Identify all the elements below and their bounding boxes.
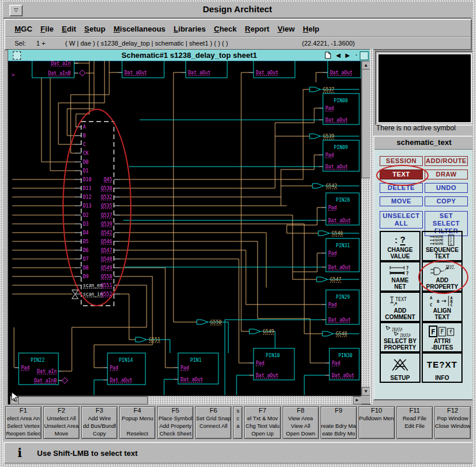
- fkey-f9[interactable]: F9 reate Bdry Maeate Bdry Mo: [321, 406, 357, 439]
- fkey-narrow[interactable]: sca: [233, 406, 242, 439]
- menu-bar: MGCFileEditSetupMiscellaneousLibrariesCh…: [5, 20, 471, 37]
- menu-miscellaneous[interactable]: Miscellaneous: [113, 25, 165, 33]
- align-text-button[interactable]: A C B A B C ALIGN TEXT: [422, 292, 463, 322]
- svg-text:TEXTA: TEXTA: [392, 327, 402, 331]
- context-path: ( W | dae ) ( s1238_delay_top | schemati…: [65, 40, 228, 47]
- wires-tan: [12, 61, 325, 371]
- fkey-f10[interactable]: F10Pulldown Menu: [359, 406, 395, 439]
- svg-text:B: B: [437, 299, 439, 304]
- session-button[interactable]: SESSION: [380, 156, 423, 166]
- component-pin-label: D13: [83, 203, 92, 209]
- svg-text:C: C: [450, 303, 453, 307]
- fkey-f5[interactable]: F5Place SymbolAdd PropertyCheck Sheet: [157, 406, 193, 439]
- component-pin-label: scan_in: [83, 292, 103, 297]
- component-pin-label: Q549: [101, 265, 112, 271]
- menu-edit[interactable]: Edit: [62, 25, 77, 33]
- fkey-f7[interactable]: F7el Txt & MovChg Text ValuOpen Up: [244, 406, 280, 439]
- component-pin-label: Q535: [101, 203, 112, 209]
- svg-text:A: A: [430, 296, 433, 300]
- add-property-button[interactable]: TEXT ADD PROPERTY: [422, 261, 463, 292]
- component-pin-label: D7: [83, 257, 89, 262]
- pad-label: Pad: [328, 302, 337, 307]
- schematic-titlebar[interactable]: Schematic#1 s1238_delay_top sheet1 ◀ ▶ ▪: [8, 50, 370, 61]
- fkey-f6[interactable]: F6Set Grid SnapConnect All: [195, 406, 231, 439]
- scroll-up-icon[interactable]: ▲: [362, 61, 370, 70]
- sheet-icon[interactable]: [324, 51, 332, 59]
- attributes-button[interactable]: F F f ATTRI -BUTES: [422, 322, 463, 352]
- change-value-button[interactable]: : ? CHANGE VALUE: [380, 231, 421, 261]
- component-pin-label: D5: [83, 239, 89, 244]
- select-by-property-icon: TEXTA TEXTA: [385, 324, 415, 338]
- schematic-canvas[interactable]: Dat aInDat aInBDat aOutDat aOutDat aOutD…: [10, 61, 361, 396]
- pad-label: Pad: [180, 365, 189, 371]
- select-by-property-button[interactable]: TEXTA TEXTA SELECT BY PROPERTY: [380, 322, 421, 352]
- component-pin-label: scan_en: [83, 283, 103, 288]
- window-menu-icon[interactable]: ▽: [9, 5, 23, 16]
- copy-button[interactable]: COPY: [425, 196, 468, 206]
- sequence-text-button[interactable]: NAME NAME NAME 1 2 3 SEQUENCE TEXT: [422, 231, 463, 261]
- delete-button[interactable]: DELETE: [380, 183, 423, 193]
- svg-text:NAME: NAME: [435, 241, 444, 245]
- scroll-down-icon[interactable]: ▼: [362, 387, 370, 396]
- menu-help[interactable]: Help: [303, 25, 319, 33]
- prev-sheet-arrow-icon[interactable]: ◀: [334, 51, 342, 59]
- info-bar: i Use Shift-LMB to select text: [4, 442, 475, 464]
- scroll-left-icon[interactable]: ◄: [10, 396, 19, 404]
- horizontal-scrollbar[interactable]: ◄ ►: [10, 396, 361, 404]
- add-comment-button[interactable]: TEXT ADD COMMENT: [380, 292, 421, 322]
- horizontal-scroll-thumb[interactable]: [18, 396, 148, 404]
- maximize-icon[interactable]: [360, 51, 369, 60]
- name-net-button[interactable]: ? ? NAME NET: [380, 261, 421, 292]
- fkey-f2[interactable]: F2Unselect AllUnselect AreaMove: [43, 406, 79, 439]
- wires-cyan: [94, 89, 359, 395]
- menu-check[interactable]: Check: [214, 25, 237, 33]
- port-label: Dat aOut: [256, 70, 279, 75]
- active-symbol-status: There is no active symbol: [376, 124, 472, 134]
- svg-text:TEXT: TEXT: [446, 265, 454, 268]
- add-property-icon: TEXT: [429, 263, 455, 278]
- menu-libraries[interactable]: Libraries: [173, 25, 206, 33]
- port-label: Dat aOut: [256, 373, 279, 378]
- menu-report[interactable]: Report: [245, 25, 269, 33]
- add-comment-icon: TEXT: [388, 293, 412, 308]
- menu-view[interactable]: View: [277, 25, 294, 33]
- port-label: Dat aOut: [330, 70, 353, 75]
- fkey-f11[interactable]: F11Read FileEdit File: [397, 406, 433, 439]
- undo-button[interactable]: UNDO: [425, 183, 468, 193]
- palette: schematic_text SESSION ADD/ROUTE TEXT DR…: [373, 136, 475, 400]
- pad-label: Pad: [325, 153, 334, 158]
- buffer-gate: [317, 277, 328, 282]
- window-dot-icon[interactable]: ▪: [355, 51, 358, 59]
- window-titlebar[interactable]: ▽ Design Architect: [4, 1, 471, 19]
- fkey-f8[interactable]: F8View AreaView AllOpen Down: [283, 406, 319, 439]
- menu-file[interactable]: File: [40, 25, 53, 33]
- text-info-button[interactable]: TE?XT INFO: [422, 352, 463, 383]
- unselect-all-button[interactable]: UNSELECT ALL: [380, 211, 423, 229]
- setup-button[interactable]: SETUP: [380, 352, 421, 383]
- select-mode-icon[interactable]: [13, 51, 21, 60]
- fkey-f12[interactable]: F12Pop WindowClose Window: [435, 406, 471, 439]
- scroll-right-icon[interactable]: ►: [353, 396, 362, 404]
- sheet-marker: >: [12, 72, 15, 78]
- port-label: Dat aOut: [325, 164, 348, 169]
- next-sheet-arrow-icon[interactable]: ▶: [343, 51, 352, 59]
- add-route-button[interactable]: ADD/ROUTE: [425, 156, 468, 166]
- vertical-scrollbar[interactable]: ▲ ▼: [361, 61, 370, 396]
- component-pin-label: Q532: [101, 195, 112, 200]
- draw-button[interactable]: DRAW: [425, 169, 468, 179]
- buffer-gate: [310, 87, 321, 92]
- move-button[interactable]: MOVE: [380, 196, 423, 206]
- schematic-symbols: Dat aInDat aInBDat aOutDat aOutDat aOutD…: [12, 61, 361, 385]
- port-label: Dat aOut: [328, 317, 351, 323]
- fkey-f4[interactable]: F4Popup Menu Reselect: [119, 406, 155, 439]
- vertical-scroll-thumb[interactable]: [362, 69, 370, 178]
- fkey-f1[interactable]: F1elect Area AnSelect VertexReopen Selec: [5, 406, 41, 439]
- buffer-gate: [318, 231, 329, 236]
- menu-setup[interactable]: Setup: [84, 25, 105, 33]
- fkey-f3[interactable]: F3Add Wiredd Bus/BundlCopy: [81, 406, 117, 439]
- gate-label: G546: [332, 231, 343, 236]
- window-title: Design Architect: [4, 2, 471, 17]
- text-button[interactable]: TEXT: [380, 169, 423, 179]
- menu-mgc[interactable]: MGC: [15, 25, 32, 33]
- component-pin-label: Q547: [101, 248, 112, 253]
